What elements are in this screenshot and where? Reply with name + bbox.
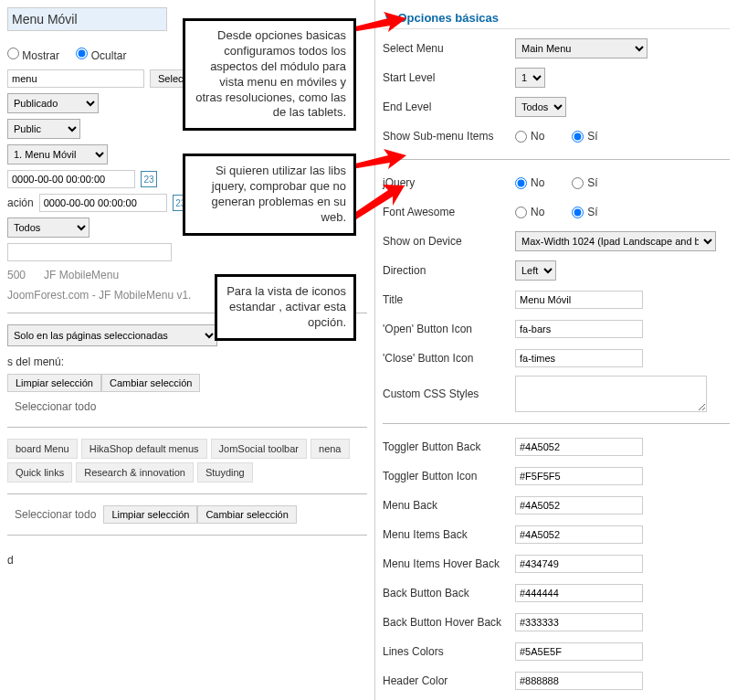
- seleccionar-todo-button[interactable]: Seleccionar todo: [7, 398, 103, 416]
- svg-marker-0: [352, 12, 406, 32]
- mostrar-radio[interactable]: Mostrar: [7, 49, 59, 62]
- id-text: 500: [7, 269, 26, 281]
- callout-3: Para la vista de iconos estandar , activ…: [215, 274, 356, 341]
- limpiar-2[interactable]: Limpiar selección: [103, 505, 197, 524]
- css-textarea[interactable]: [515, 376, 707, 412]
- language-select[interactable]: Todos: [7, 217, 89, 238]
- menu-tag[interactable]: Quick links: [7, 462, 72, 483]
- arrow-icon: [352, 9, 406, 37]
- calendar-icon[interactable]: 23: [141, 171, 157, 187]
- close-icon-input[interactable]: [515, 349, 643, 367]
- arrow-icon: [352, 146, 406, 174]
- color-input[interactable]: [515, 555, 643, 573]
- color-input[interactable]: [515, 496, 643, 514]
- sub-si[interactable]: Sí: [572, 130, 597, 143]
- menu-tag[interactable]: nena: [311, 439, 349, 459]
- access-select[interactable]: Public: [7, 119, 80, 139]
- opciones-header[interactable]: Opciones básicas: [383, 7, 730, 29]
- seleccionar-todo-2[interactable]: Seleccionar todo: [7, 505, 103, 524]
- menu-assignment-select[interactable]: Solo en las páginas seleccionadas: [7, 324, 217, 346]
- status-select[interactable]: Publicado: [7, 93, 99, 113]
- cambiar-2[interactable]: Cambiar selección: [197, 505, 296, 524]
- menu-tag[interactable]: board Menu: [7, 439, 78, 459]
- select-menu[interactable]: Main Menu: [515, 38, 648, 58]
- color-input[interactable]: [515, 642, 643, 661]
- callout-2: Si quieren utilizar las libs jquery, com…: [183, 154, 356, 236]
- menu-label: s del menú:: [7, 355, 367, 368]
- end-level[interactable]: Todos: [515, 97, 566, 117]
- color-input[interactable]: [515, 584, 643, 602]
- open-icon-input[interactable]: [515, 320, 643, 338]
- note-input[interactable]: [7, 243, 172, 261]
- color-input[interactable]: [515, 467, 643, 485]
- sub-no[interactable]: No: [515, 130, 544, 143]
- module-type: JF MobileMenu: [44, 269, 119, 281]
- menu-tag[interactable]: Stuyding: [197, 462, 253, 483]
- jquery-no[interactable]: No: [515, 176, 544, 189]
- date1-input[interactable]: [7, 170, 135, 188]
- arrow-icon: [352, 183, 406, 219]
- alias-input[interactable]: [7, 69, 144, 88]
- svg-marker-2: [352, 185, 405, 219]
- color-input[interactable]: [515, 438, 643, 456]
- fa-no[interactable]: No: [515, 206, 544, 218]
- module-title-input[interactable]: [7, 7, 167, 31]
- callout-1: Desde opciones basicas configuramos todo…: [183, 18, 356, 131]
- menu-tag[interactable]: HikaShop default menus: [81, 439, 207, 459]
- color-input[interactable]: [515, 672, 643, 690]
- menu-tag[interactable]: JomSocial toolbar: [211, 439, 307, 459]
- svg-marker-1: [352, 149, 406, 169]
- direction-select[interactable]: Left: [515, 260, 556, 281]
- position-select[interactable]: 1. Menu Móvil: [7, 144, 108, 164]
- jquery-si[interactable]: Sí: [572, 176, 597, 189]
- color-input[interactable]: [515, 613, 643, 631]
- date2-input[interactable]: [39, 194, 167, 212]
- cambiar-button[interactable]: Cambiar selección: [101, 374, 200, 392]
- limpiar-button[interactable]: Limpiar selección: [7, 374, 101, 392]
- title-input[interactable]: [515, 291, 643, 309]
- device-select[interactable]: Max-Width 1024 (Ipad Landscape and belo: [515, 231, 716, 251]
- fa-si[interactable]: Sí: [572, 206, 597, 218]
- start-level[interactable]: 1: [515, 68, 545, 88]
- color-input[interactable]: [515, 525, 643, 544]
- ocultar-radio[interactable]: Ocultar: [76, 49, 126, 62]
- menu-tag[interactable]: Research & innovation: [76, 462, 194, 483]
